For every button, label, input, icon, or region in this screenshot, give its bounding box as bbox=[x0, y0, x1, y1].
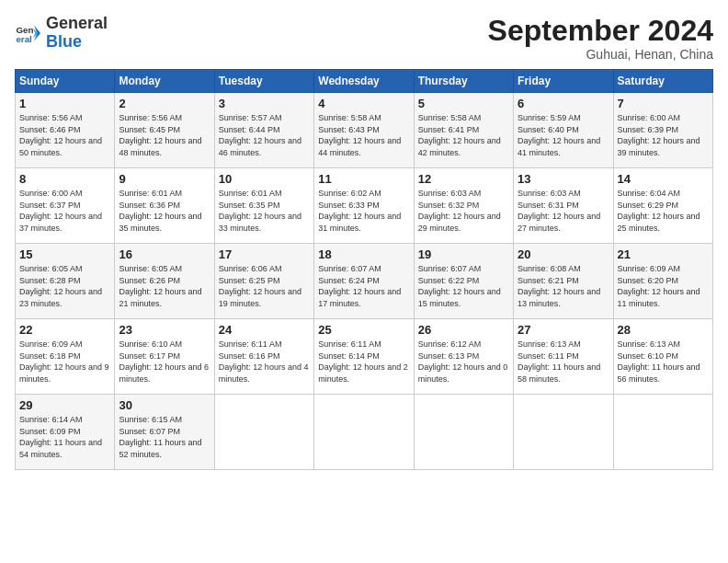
cell-content: Sunrise: 6:10 AMSunset: 6:17 PMDaylight:… bbox=[119, 339, 210, 385]
col-tuesday: Tuesday bbox=[214, 70, 313, 93]
cell-content: Sunrise: 5:57 AMSunset: 6:44 PMDaylight:… bbox=[219, 112, 310, 158]
day-number: 26 bbox=[418, 323, 509, 337]
day-number: 6 bbox=[518, 97, 609, 110]
calendar-cell: 18 Sunrise: 6:07 AMSunset: 6:24 PMDaylig… bbox=[314, 244, 414, 319]
col-sunday: Sunday bbox=[16, 70, 115, 93]
day-number: 9 bbox=[119, 172, 210, 186]
day-number: 20 bbox=[518, 247, 609, 261]
calendar-cell: 22 Sunrise: 6:09 AMSunset: 6:18 PMDaylig… bbox=[16, 319, 115, 395]
col-saturday: Saturday bbox=[613, 70, 712, 93]
page: Gen eral General Blue September 2024 Guh… bbox=[0, 0, 728, 563]
day-number: 11 bbox=[318, 172, 409, 186]
cell-content: Sunrise: 6:03 AMSunset: 6:32 PMDaylight:… bbox=[418, 188, 509, 234]
calendar-cell: 26 Sunrise: 6:12 AMSunset: 6:13 PMDaylig… bbox=[414, 319, 513, 395]
calendar-cell: 3 Sunrise: 5:57 AMSunset: 6:44 PMDayligh… bbox=[214, 93, 313, 168]
calendar-cell: 23 Sunrise: 6:10 AMSunset: 6:17 PMDaylig… bbox=[115, 319, 214, 395]
calendar-cell: 17 Sunrise: 6:06 AMSunset: 6:25 PMDaylig… bbox=[214, 244, 313, 319]
calendar-cell: 30 Sunrise: 6:15 AMSunset: 6:07 PMDaylig… bbox=[115, 395, 214, 470]
calendar-cell: 16 Sunrise: 6:05 AMSunset: 6:26 PMDaylig… bbox=[115, 244, 214, 319]
calendar-cell: 10 Sunrise: 6:01 AMSunset: 6:35 PMDaylig… bbox=[214, 168, 313, 244]
calendar-cell bbox=[414, 395, 513, 470]
day-number: 17 bbox=[219, 247, 310, 261]
header-row: Sunday Monday Tuesday Wednesday Thursday… bbox=[16, 70, 713, 93]
day-number: 7 bbox=[618, 97, 709, 110]
day-number: 29 bbox=[19, 398, 110, 412]
day-number: 18 bbox=[318, 247, 409, 261]
day-number: 4 bbox=[318, 97, 409, 110]
day-number: 8 bbox=[19, 172, 110, 186]
calendar-cell bbox=[214, 395, 313, 470]
calendar-cell: 29 Sunrise: 6:14 AMSunset: 6:09 PMDaylig… bbox=[16, 395, 115, 470]
cell-content: Sunrise: 5:58 AMSunset: 6:41 PMDaylight:… bbox=[418, 112, 509, 158]
calendar-cell bbox=[514, 395, 613, 470]
day-number: 23 bbox=[119, 323, 210, 337]
day-number: 19 bbox=[418, 247, 509, 261]
cell-content: Sunrise: 6:05 AMSunset: 6:28 PMDaylight:… bbox=[19, 263, 110, 309]
cell-content: Sunrise: 6:11 AMSunset: 6:16 PMDaylight:… bbox=[219, 339, 310, 385]
cell-content: Sunrise: 6:00 AMSunset: 6:37 PMDaylight:… bbox=[19, 188, 110, 234]
calendar-week-5: 29 Sunrise: 6:14 AMSunset: 6:09 PMDaylig… bbox=[16, 395, 713, 470]
cell-content: Sunrise: 6:13 AMSunset: 6:11 PMDaylight:… bbox=[518, 339, 609, 385]
col-monday: Monday bbox=[115, 70, 214, 93]
calendar-table: Sunday Monday Tuesday Wednesday Thursday… bbox=[15, 69, 713, 470]
cell-content: Sunrise: 5:56 AMSunset: 6:45 PMDaylight:… bbox=[119, 112, 210, 158]
day-number: 13 bbox=[518, 172, 609, 186]
calendar-cell: 28 Sunrise: 6:13 AMSunset: 6:10 PMDaylig… bbox=[613, 319, 712, 395]
cell-content: Sunrise: 6:05 AMSunset: 6:26 PMDaylight:… bbox=[119, 263, 210, 309]
day-number: 5 bbox=[418, 97, 509, 110]
cell-content: Sunrise: 6:01 AMSunset: 6:36 PMDaylight:… bbox=[119, 188, 210, 234]
cell-content: Sunrise: 6:15 AMSunset: 6:07 PMDaylight:… bbox=[119, 414, 210, 460]
calendar-cell: 14 Sunrise: 6:04 AMSunset: 6:29 PMDaylig… bbox=[613, 168, 712, 244]
calendar-cell: 27 Sunrise: 6:13 AMSunset: 6:11 PMDaylig… bbox=[514, 319, 613, 395]
col-wednesday: Wednesday bbox=[314, 70, 414, 93]
calendar-cell: 5 Sunrise: 5:58 AMSunset: 6:41 PMDayligh… bbox=[414, 93, 513, 168]
calendar-cell: 6 Sunrise: 5:59 AMSunset: 6:40 PMDayligh… bbox=[514, 93, 613, 168]
day-number: 14 bbox=[618, 172, 709, 186]
cell-content: Sunrise: 6:13 AMSunset: 6:10 PMDaylight:… bbox=[618, 339, 709, 385]
day-number: 22 bbox=[19, 323, 110, 337]
calendar-cell: 15 Sunrise: 6:05 AMSunset: 6:28 PMDaylig… bbox=[16, 244, 115, 319]
calendar-week-1: 1 Sunrise: 5:56 AMSunset: 6:46 PMDayligh… bbox=[16, 93, 713, 168]
day-number: 25 bbox=[318, 323, 409, 337]
svg-text:eral: eral bbox=[16, 34, 32, 44]
calendar-cell: 7 Sunrise: 6:00 AMSunset: 6:39 PMDayligh… bbox=[613, 93, 712, 168]
logo-line1: General bbox=[46, 15, 108, 33]
logo: Gen eral General Blue bbox=[15, 15, 108, 52]
cell-content: Sunrise: 6:08 AMSunset: 6:21 PMDaylight:… bbox=[518, 263, 609, 309]
calendar-cell: 9 Sunrise: 6:01 AMSunset: 6:36 PMDayligh… bbox=[115, 168, 214, 244]
cell-content: Sunrise: 6:02 AMSunset: 6:33 PMDaylight:… bbox=[318, 188, 409, 234]
cell-content: Sunrise: 6:03 AMSunset: 6:31 PMDaylight:… bbox=[518, 188, 609, 234]
calendar-cell: 8 Sunrise: 6:00 AMSunset: 6:37 PMDayligh… bbox=[16, 168, 115, 244]
cell-content: Sunrise: 6:09 AMSunset: 6:18 PMDaylight:… bbox=[19, 339, 110, 385]
cell-content: Sunrise: 6:14 AMSunset: 6:09 PMDaylight:… bbox=[19, 414, 110, 460]
logo-text: General Blue bbox=[46, 15, 108, 52]
day-number: 10 bbox=[219, 172, 310, 186]
day-number: 15 bbox=[19, 247, 110, 261]
header: Gen eral General Blue September 2024 Guh… bbox=[15, 15, 713, 62]
calendar-cell: 13 Sunrise: 6:03 AMSunset: 6:31 PMDaylig… bbox=[514, 168, 613, 244]
month-title: September 2024 bbox=[488, 15, 713, 47]
calendar-cell: 1 Sunrise: 5:56 AMSunset: 6:46 PMDayligh… bbox=[16, 93, 115, 168]
day-number: 30 bbox=[119, 398, 210, 412]
calendar-cell: 21 Sunrise: 6:09 AMSunset: 6:20 PMDaylig… bbox=[613, 244, 712, 319]
day-number: 28 bbox=[618, 323, 709, 337]
calendar-cell: 25 Sunrise: 6:11 AMSunset: 6:14 PMDaylig… bbox=[314, 319, 414, 395]
calendar-cell: 20 Sunrise: 6:08 AMSunset: 6:21 PMDaylig… bbox=[514, 244, 613, 319]
calendar-cell: 19 Sunrise: 6:07 AMSunset: 6:22 PMDaylig… bbox=[414, 244, 513, 319]
calendar-week-3: 15 Sunrise: 6:05 AMSunset: 6:28 PMDaylig… bbox=[16, 244, 713, 319]
day-number: 2 bbox=[119, 97, 210, 110]
cell-content: Sunrise: 6:04 AMSunset: 6:29 PMDaylight:… bbox=[618, 188, 709, 234]
day-number: 3 bbox=[219, 97, 310, 110]
cell-content: Sunrise: 6:09 AMSunset: 6:20 PMDaylight:… bbox=[618, 263, 709, 309]
cell-content: Sunrise: 6:01 AMSunset: 6:35 PMDaylight:… bbox=[219, 188, 310, 234]
cell-content: Sunrise: 6:12 AMSunset: 6:13 PMDaylight:… bbox=[418, 339, 509, 385]
day-number: 12 bbox=[418, 172, 509, 186]
col-thursday: Thursday bbox=[414, 70, 513, 93]
logo-icon: Gen eral bbox=[15, 20, 40, 46]
cell-content: Sunrise: 6:00 AMSunset: 6:39 PMDaylight:… bbox=[618, 112, 709, 158]
day-number: 21 bbox=[618, 247, 709, 261]
day-number: 27 bbox=[518, 323, 609, 337]
col-friday: Friday bbox=[514, 70, 613, 93]
title-block: September 2024 Guhuai, Henan, China bbox=[488, 15, 713, 62]
calendar-cell: 2 Sunrise: 5:56 AMSunset: 6:45 PMDayligh… bbox=[115, 93, 214, 168]
